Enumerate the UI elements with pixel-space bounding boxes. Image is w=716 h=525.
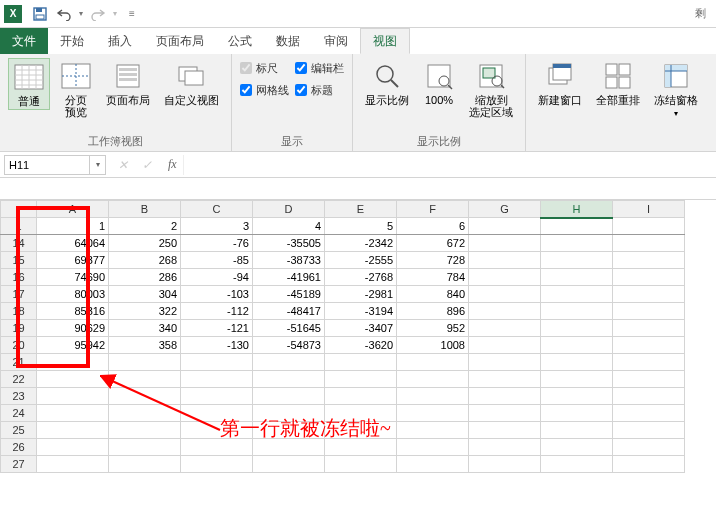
cell[interactable]: -51645: [253, 320, 325, 337]
cell[interactable]: [613, 439, 685, 456]
cell[interactable]: 340: [109, 320, 181, 337]
cell[interactable]: [541, 286, 613, 303]
row-header[interactable]: 15: [1, 252, 37, 269]
cell[interactable]: -45189: [253, 286, 325, 303]
cell[interactable]: 5: [325, 218, 397, 235]
tab-view[interactable]: 视图: [360, 28, 410, 54]
cell[interactable]: [397, 405, 469, 422]
cell[interactable]: [397, 371, 469, 388]
cell[interactable]: 3: [181, 218, 253, 235]
cell[interactable]: [37, 422, 109, 439]
cell[interactable]: [109, 371, 181, 388]
cell[interactable]: [109, 388, 181, 405]
cell[interactable]: -130: [181, 337, 253, 354]
col-header-F[interactable]: F: [397, 201, 469, 218]
cell[interactable]: [469, 422, 541, 439]
cell[interactable]: [109, 354, 181, 371]
cell[interactable]: [37, 405, 109, 422]
col-header-I[interactable]: I: [613, 201, 685, 218]
col-header-E[interactable]: E: [325, 201, 397, 218]
row-header[interactable]: 1: [1, 218, 37, 235]
row-header[interactable]: 18: [1, 303, 37, 320]
cell[interactable]: [325, 439, 397, 456]
cell[interactable]: -41961: [253, 269, 325, 286]
cell[interactable]: [37, 456, 109, 473]
cell[interactable]: [253, 456, 325, 473]
row-header[interactable]: 22: [1, 371, 37, 388]
cell[interactable]: [253, 405, 325, 422]
col-header-B[interactable]: B: [109, 201, 181, 218]
zoom-button[interactable]: 显示比例: [361, 58, 413, 108]
redo-button[interactable]: [86, 2, 110, 26]
cell[interactable]: [37, 388, 109, 405]
cell[interactable]: -3620: [325, 337, 397, 354]
cell[interactable]: [613, 286, 685, 303]
cell[interactable]: [37, 354, 109, 371]
formula-bar-checkbox[interactable]: 编辑栏: [295, 58, 344, 78]
cell[interactable]: [469, 337, 541, 354]
cell[interactable]: 784: [397, 269, 469, 286]
cell[interactable]: 952: [397, 320, 469, 337]
freeze-panes-button[interactable]: 冻结窗格▾: [650, 58, 702, 121]
cell[interactable]: [613, 218, 685, 235]
cell[interactable]: -2555: [325, 252, 397, 269]
headings-checkbox[interactable]: 标题: [295, 80, 344, 100]
ruler-checkbox[interactable]: 标尺: [240, 58, 289, 78]
cell[interactable]: [613, 235, 685, 252]
cell[interactable]: [613, 252, 685, 269]
cell[interactable]: [541, 269, 613, 286]
row-header[interactable]: 17: [1, 286, 37, 303]
cell[interactable]: [37, 439, 109, 456]
cell[interactable]: [541, 303, 613, 320]
cell[interactable]: 1: [37, 218, 109, 235]
cell[interactable]: -121: [181, 320, 253, 337]
cell[interactable]: [613, 388, 685, 405]
cell[interactable]: [469, 235, 541, 252]
cell[interactable]: [613, 269, 685, 286]
cell[interactable]: [541, 235, 613, 252]
cell[interactable]: [613, 405, 685, 422]
cell[interactable]: [541, 218, 613, 235]
cell[interactable]: -112: [181, 303, 253, 320]
cell[interactable]: [541, 337, 613, 354]
cell[interactable]: 1008: [397, 337, 469, 354]
cell[interactable]: [613, 371, 685, 388]
undo-button[interactable]: [52, 2, 76, 26]
cell[interactable]: [253, 422, 325, 439]
cell[interactable]: [541, 405, 613, 422]
cell[interactable]: [325, 354, 397, 371]
cell[interactable]: -38733: [253, 252, 325, 269]
cell[interactable]: [613, 320, 685, 337]
name-box-dropdown[interactable]: ▾: [90, 155, 106, 175]
cell[interactable]: [541, 252, 613, 269]
gridlines-checkbox[interactable]: 网格线: [240, 80, 289, 100]
tab-home[interactable]: 开始: [48, 28, 96, 54]
cell[interactable]: -48417: [253, 303, 325, 320]
cell[interactable]: [613, 354, 685, 371]
col-header-D[interactable]: D: [253, 201, 325, 218]
cell[interactable]: [469, 456, 541, 473]
cell[interactable]: [109, 422, 181, 439]
cell[interactable]: 358: [109, 337, 181, 354]
new-window-button[interactable]: 新建窗口: [534, 58, 586, 108]
qat-customize[interactable]: ≡: [120, 2, 144, 26]
cell[interactable]: [325, 422, 397, 439]
row-header[interactable]: 21: [1, 354, 37, 371]
cell[interactable]: [541, 456, 613, 473]
page-layout-view-button[interactable]: 页面布局: [102, 58, 154, 108]
cell[interactable]: [325, 405, 397, 422]
cell[interactable]: [469, 252, 541, 269]
tab-data[interactable]: 数据: [264, 28, 312, 54]
cell[interactable]: [613, 456, 685, 473]
cell[interactable]: [325, 371, 397, 388]
custom-views-button[interactable]: 自定义视图: [160, 58, 223, 108]
zoom-100-button[interactable]: 100%: [419, 58, 459, 108]
cell[interactable]: -3194: [325, 303, 397, 320]
cell[interactable]: [469, 320, 541, 337]
cell[interactable]: 6: [397, 218, 469, 235]
cell[interactable]: [181, 422, 253, 439]
tab-insert[interactable]: 插入: [96, 28, 144, 54]
cell[interactable]: 64064: [37, 235, 109, 252]
row-header[interactable]: 25: [1, 422, 37, 439]
cell[interactable]: [613, 337, 685, 354]
